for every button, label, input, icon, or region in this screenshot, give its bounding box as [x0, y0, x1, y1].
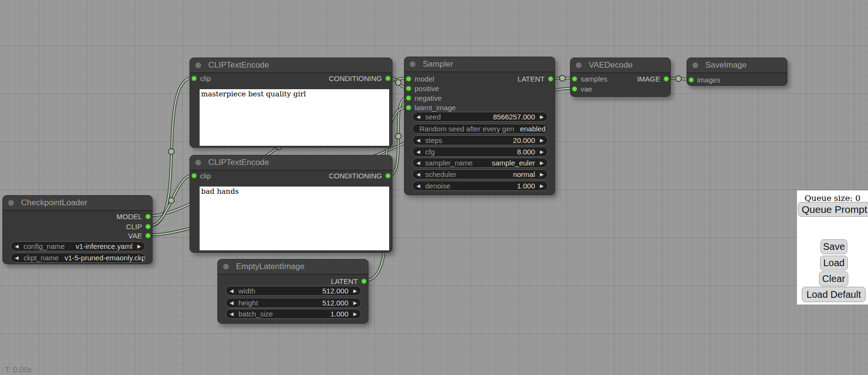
output-slot-dot[interactable]: [145, 224, 151, 229]
decrement-arrow-icon[interactable]: ◀: [230, 298, 236, 308]
increment-arrow-icon[interactable]: ▶: [538, 169, 544, 179]
link-midpoint-dot[interactable]: [676, 76, 681, 82]
clear-button[interactable]: Clear: [819, 271, 848, 286]
increment-arrow-icon[interactable]: ▶: [351, 298, 357, 308]
output-slot-dot[interactable]: [145, 233, 151, 238]
link-midpoint-dot[interactable]: [168, 149, 174, 154]
decrement-arrow-icon[interactable]: ◀: [416, 147, 422, 157]
node-title-bar[interactable]: EmptyLatentImage: [218, 259, 368, 275]
node-title-bar[interactable]: VAEDecode: [571, 58, 670, 73]
input-slot-dot[interactable]: [406, 95, 411, 101]
output-slot-dot[interactable]: [385, 173, 391, 178]
link-midpoint-dot[interactable]: [395, 80, 401, 85]
node-saveimage[interactable]: SaveImage images: [687, 58, 787, 86]
widget-batch-size[interactable]: ◀ batch_size 1.000 ▶: [226, 309, 361, 319]
decrement-arrow-icon[interactable]: ◀: [230, 286, 236, 296]
collapse-dot-icon[interactable]: [223, 264, 229, 270]
widget-value: v1-5-pruned-emaonly.ckpt: [64, 254, 145, 262]
node-title-bar[interactable]: CheckpointLoader: [3, 196, 152, 211]
input-slot-dot[interactable]: [572, 86, 577, 92]
link-midpoint-dot[interactable]: [559, 75, 565, 81]
input-slot-dot[interactable]: [191, 76, 197, 81]
widget-random-seed-toggle[interactable]: Random seed after every gen enabled: [412, 124, 548, 134]
collapse-dot-icon[interactable]: [195, 62, 201, 68]
widget-cfg[interactable]: ◀ cfg 8.000 ▶: [412, 147, 548, 157]
input-slot-positive: positive: [406, 83, 439, 93]
decrement-arrow-icon[interactable]: ◀: [416, 112, 422, 122]
increment-arrow-icon[interactable]: ▶: [351, 309, 357, 319]
widget-seed[interactable]: ◀ seed 8566257.000 ▶: [412, 112, 548, 122]
node-checkpointloader[interactable]: CheckpointLoader MODEL CLIP VAE ◀ config…: [2, 195, 153, 264]
input-slot-dot[interactable]: [406, 86, 411, 91]
decrement-arrow-icon[interactable]: ◀: [230, 309, 236, 319]
node-cliptextencode-positive[interactable]: CLIPTextEncode clip CONDITIONING masterp…: [190, 58, 392, 148]
increment-arrow-icon[interactable]: ▶: [135, 241, 141, 251]
link-midpoint-dot[interactable]: [168, 198, 174, 203]
widget-denoise[interactable]: ◀ denoise 1.000 ▶: [412, 181, 548, 191]
input-slot-label: positive: [415, 84, 439, 93]
prompt-textarea[interactable]: bad hands: [200, 187, 389, 250]
input-slot-images: images: [689, 75, 720, 84]
output-slot-label: IMAGE: [637, 75, 660, 83]
widget-value: enabled: [520, 125, 546, 133]
input-slot-model: model: [406, 74, 434, 83]
input-slot-latent-image: latent_image: [406, 103, 456, 112]
decrement-arrow-icon[interactable]: ◀: [416, 169, 422, 179]
input-slot-negative: negative: [406, 93, 442, 103]
widget-height[interactable]: ◀ height 512.000 ▶: [226, 298, 361, 308]
output-slot-latent: LATENT: [518, 74, 553, 83]
node-sampler[interactable]: Sampler model positive negative latent_i…: [404, 57, 555, 195]
node-title: CheckpointLoader: [21, 198, 87, 207]
increment-arrow-icon[interactable]: ▶: [538, 158, 544, 168]
collapse-dot-icon[interactable]: [195, 160, 201, 165]
load-default-button[interactable]: Load Default: [802, 287, 866, 302]
node-title-bar[interactable]: SaveImage: [687, 58, 787, 73]
decrement-arrow-icon[interactable]: ◀: [416, 181, 422, 191]
output-slot-label: VAE: [128, 232, 142, 240]
output-slot-dot[interactable]: [361, 279, 367, 284]
input-slot-dot[interactable]: [572, 76, 577, 82]
load-button[interactable]: Load: [820, 256, 848, 270]
increment-arrow-icon[interactable]: ▶: [538, 112, 544, 122]
save-button[interactable]: Save: [820, 239, 847, 254]
node-emptylatentimage[interactable]: EmptyLatentImage LATENT ◀ width 512.000 …: [217, 259, 369, 324]
collapse-dot-icon[interactable]: [410, 61, 416, 67]
node-cliptextencode-negative[interactable]: CLIPTextEncode clip CONDITIONING bad han…: [190, 155, 392, 253]
input-slot-dot[interactable]: [406, 76, 411, 82]
prompt-textarea[interactable]: masterpiece best quality girl: [200, 89, 389, 146]
output-slot-dot[interactable]: [385, 76, 391, 81]
node-title-bar[interactable]: Sampler: [404, 57, 555, 72]
output-slot-dot[interactable]: [145, 214, 151, 219]
collapse-dot-icon[interactable]: [8, 200, 14, 206]
increment-arrow-icon[interactable]: ▶: [538, 135, 544, 145]
decrement-arrow-icon[interactable]: ◀: [416, 135, 422, 145]
widget-width[interactable]: ◀ width 512.000 ▶: [226, 286, 361, 296]
increment-arrow-icon[interactable]: ▶: [538, 181, 544, 191]
node-title-bar[interactable]: CLIPTextEncode: [190, 155, 392, 171]
widget-value: sample_euler: [492, 159, 535, 167]
node-title: EmptyLatentImage: [236, 262, 305, 271]
input-slot-label: vae: [581, 85, 592, 93]
input-slot-dot[interactable]: [689, 77, 694, 82]
increment-arrow-icon[interactable]: ▶: [351, 286, 357, 296]
widget-config-name[interactable]: ◀ config_name v1-inference.yaml ▶: [11, 241, 145, 251]
widget-steps[interactable]: ◀ steps 20.000 ▶: [412, 135, 548, 145]
link-midpoint-dot[interactable]: [395, 133, 401, 139]
collapse-dot-icon[interactable]: [692, 62, 698, 68]
decrement-arrow-icon[interactable]: ◀: [416, 158, 422, 168]
input-slot-label: latent_image: [415, 104, 456, 112]
node-vaedecode[interactable]: VAEDecode samples vae IMAGE: [570, 58, 671, 97]
input-slot-dot[interactable]: [406, 105, 411, 110]
output-slot-dot[interactable]: [548, 76, 553, 82]
collapse-dot-icon[interactable]: [576, 62, 582, 68]
input-slot-dot[interactable]: [191, 173, 197, 178]
output-slot-dot[interactable]: [664, 76, 669, 82]
decrement-arrow-icon[interactable]: ◀: [15, 241, 21, 251]
increment-arrow-icon[interactable]: ▶: [538, 147, 544, 157]
widget-sampler-name[interactable]: ◀ sampler_name sample_euler ▶: [412, 158, 548, 168]
queue-prompt-button[interactable]: Queue Prompt: [798, 202, 868, 217]
node-title-bar[interactable]: CLIPTextEncode: [190, 58, 392, 73]
decrement-arrow-icon[interactable]: ◀: [15, 253, 21, 263]
widget-ckpt-name[interactable]: ◀ ckpt_name v1-5-pruned-emaonly.ckpt ▶: [11, 253, 145, 263]
widget-scheduler[interactable]: ◀ scheduler normal ▶: [412, 169, 548, 179]
